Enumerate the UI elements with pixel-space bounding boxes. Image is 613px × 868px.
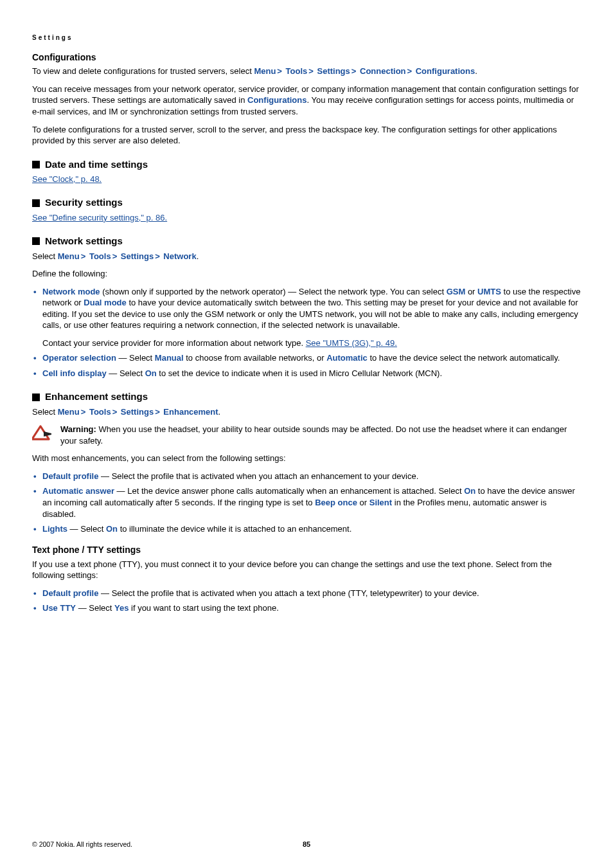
beep-once-term: Beep once [315, 498, 357, 507]
text: if you want to start using the text phon… [129, 603, 278, 613]
separator-icon: > [154, 251, 161, 261]
text: or [465, 287, 477, 296]
list-item: Cell info display — Select On to set the… [32, 368, 581, 379]
text: . [197, 251, 199, 261]
enhancement-heading: Enhancement settings [45, 390, 148, 403]
text: To view and delete configurations for tr… [32, 66, 254, 76]
text: . [218, 407, 221, 417]
menu-term: Menu [254, 66, 276, 76]
text: or [357, 498, 369, 507]
text: to illuminate the device while it is att… [118, 524, 351, 534]
text: — Select [67, 524, 106, 534]
configurations-para-3: To delete configurations for a trusted s… [32, 124, 581, 147]
clock-link[interactable]: See "Clock," p. 48. [32, 174, 102, 184]
use-tty-label: Use TTY [42, 603, 76, 613]
list-item: Default profile — Select the profile tha… [32, 471, 581, 482]
warning-label: Warning: [60, 424, 98, 434]
network-define: Define the following: [32, 268, 581, 280]
default-profile-label: Default profile [42, 471, 98, 481]
warning-body: When you use the headset, your ability t… [60, 424, 567, 446]
umts-term: UMTS [477, 287, 501, 296]
menu-term: Menu [58, 251, 80, 261]
settings-term: Settings [317, 66, 350, 76]
text: . [475, 66, 477, 76]
text: (shown only if supported by the network … [100, 287, 447, 296]
network-select-path: Select Menu> Tools> Settings> Network. [32, 251, 581, 262]
configurations-path-text: To view and delete configurations for tr… [32, 66, 581, 77]
settings-term: Settings [121, 407, 154, 417]
text: to have the device select the network au… [368, 353, 560, 363]
text: to choose from available networks, or [184, 353, 327, 363]
network-heading: Network settings [45, 235, 123, 248]
text: — Select [76, 603, 114, 613]
square-bullet-icon [32, 237, 40, 245]
enhancement-select-path: Select Menu> Tools> Settings> Enhancemen… [32, 406, 581, 418]
configurations-term: Configurations [247, 95, 306, 105]
tty-bullet-list: Default profile — Select the profile tha… [32, 588, 581, 614]
date-time-heading: Date and time settings [45, 158, 148, 171]
text: — Let the device answer phone calls auto… [114, 486, 464, 496]
list-item: Default profile — Select the profile tha… [32, 588, 581, 599]
configurations-para-2: You can receive messages from your netwo… [32, 84, 581, 118]
connection-term: Connection [360, 66, 406, 76]
separator-icon: > [307, 66, 315, 76]
tty-intro: If you use a text phone (TTY), you must … [32, 559, 581, 581]
text: — Select [116, 353, 155, 363]
text: to set the device to indicate when it is… [157, 368, 442, 378]
automatic-answer-label: Automatic answer [42, 486, 114, 496]
operator-selection-label: Operator selection [42, 353, 116, 363]
square-bullet-icon [32, 199, 40, 207]
list-item: Automatic answer — Let the device answer… [32, 485, 581, 520]
page-number: 85 [303, 840, 310, 849]
list-item: Use TTY — Select Yes if you want to star… [32, 602, 581, 614]
tools-term: Tools [89, 407, 111, 417]
separator-icon: > [111, 407, 119, 417]
separator-icon: > [111, 251, 119, 261]
separator-icon: > [406, 66, 414, 76]
square-bullet-icon [32, 161, 40, 168]
tty-heading: Text phone / TTY settings [32, 544, 581, 556]
warning-icon [32, 425, 51, 444]
list-item: Operator selection — Select Manual to ch… [32, 352, 581, 364]
text: — Select the profile that is activated w… [98, 471, 418, 481]
footer-copyright: © 2007 Nokia. All rights reserved. [32, 840, 132, 848]
gsm-term: GSM [447, 287, 466, 296]
text: Select [32, 407, 58, 417]
enhancement-bullet-list: Default profile — Select the profile tha… [32, 471, 581, 535]
yes-term: Yes [114, 603, 129, 613]
square-bullet-icon [32, 393, 40, 401]
tools-term: Tools [286, 66, 308, 76]
on-term: On [464, 486, 475, 496]
settings-term: Settings [121, 251, 154, 261]
separator-icon: > [350, 66, 358, 76]
lights-label: Lights [42, 524, 67, 534]
list-item: Network mode (shown only if supported by… [32, 286, 581, 349]
cell-info-label: Cell info display [42, 368, 107, 378]
manual-term: Manual [155, 353, 184, 363]
enhancement-term: Enhancement [163, 407, 218, 417]
on-term: On [145, 368, 157, 378]
menu-term: Menu [58, 407, 80, 417]
network-term: Network [163, 251, 196, 261]
automatic-term: Automatic [326, 353, 368, 363]
network-mode-label: Network mode [42, 287, 100, 296]
security-link[interactable]: See "Define security settings," p. 86. [32, 213, 167, 222]
separator-icon: > [80, 407, 87, 417]
list-item: Lights — Select On to illuminate the dev… [32, 523, 581, 535]
silent-term: Silent [369, 498, 392, 507]
tools-term: Tools [89, 251, 111, 261]
text: — Select [107, 368, 145, 378]
default-profile-label: Default profile [42, 588, 98, 598]
configurations-heading: Configurations [32, 51, 581, 64]
text: Select [32, 251, 58, 261]
text: Contact your service provider for more i… [42, 338, 306, 348]
warning-text-block: Warning: When you use the headset, your … [60, 424, 581, 446]
security-heading: Security settings [45, 196, 123, 209]
dual-mode-term: Dual mode [84, 298, 126, 307]
enhancement-intro: With most enhancements, you can select f… [32, 453, 581, 464]
separator-icon: > [276, 66, 283, 76]
text: — Select the profile that is activated w… [98, 588, 479, 598]
configurations-term: Configurations [416, 66, 475, 76]
umts-link[interactable]: See "UMTS (3G)," p. 49. [306, 338, 397, 348]
page-header-section: Settings [32, 33, 581, 42]
